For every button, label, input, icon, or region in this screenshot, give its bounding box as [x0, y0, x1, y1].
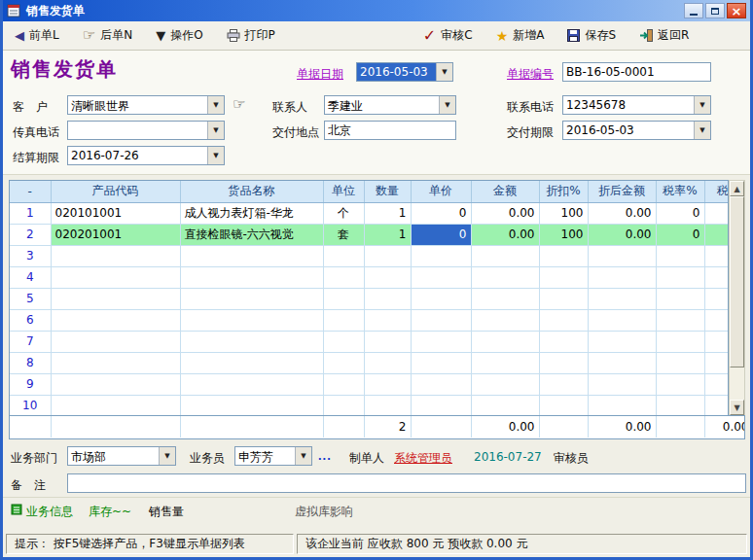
- grid-cell[interactable]: 0: [656, 224, 704, 245]
- row-number-cell[interactable]: 6: [10, 309, 51, 331]
- grid-cell[interactable]: [656, 395, 704, 416]
- grid-cell[interactable]: [180, 331, 323, 352]
- grid-cell[interactable]: [180, 352, 323, 373]
- grid-cell[interactable]: [411, 352, 471, 373]
- grid-header-cell[interactable]: 产品代码: [51, 181, 180, 202]
- grid-cell[interactable]: [539, 288, 588, 309]
- next-doc-button[interactable]: ☞ 后单N: [83, 27, 132, 44]
- row-number-cell[interactable]: 2: [10, 224, 51, 245]
- grid-cell[interactable]: [471, 288, 539, 309]
- minimize-button[interactable]: [684, 3, 703, 18]
- chevron-down-icon[interactable]: ▼: [207, 147, 224, 164]
- grid-cell[interactable]: [323, 288, 364, 309]
- grid-cell[interactable]: 020101001: [51, 202, 180, 224]
- row-number-cell[interactable]: 1: [10, 202, 51, 224]
- grid-cell[interactable]: [323, 245, 364, 266]
- grid-cell[interactable]: [364, 288, 411, 309]
- delivery-date-combo[interactable]: 2016-05-03 ▼: [562, 121, 711, 140]
- grid-cell[interactable]: [656, 288, 704, 309]
- grid-header-cell[interactable]: 折后金额: [588, 181, 656, 202]
- grid-cell[interactable]: [180, 288, 323, 309]
- grid-cell[interactable]: 0.00: [588, 224, 656, 245]
- grid-cell[interactable]: [364, 309, 411, 331]
- grid-cell[interactable]: [411, 266, 471, 288]
- grid-header-cell[interactable]: 单价: [411, 181, 471, 202]
- grid-header-cell[interactable]: 税率%: [656, 181, 704, 202]
- grid-cell[interactable]: 0: [411, 224, 471, 245]
- grid-cell[interactable]: [471, 309, 539, 331]
- grid-cell[interactable]: [704, 373, 729, 395]
- grid-cell[interactable]: [51, 266, 180, 288]
- grid-cell[interactable]: [51, 352, 180, 373]
- grid-cell[interactable]: [180, 373, 323, 395]
- grid-cell[interactable]: [539, 245, 588, 266]
- doc-no-label[interactable]: 单据编号: [507, 66, 554, 83]
- grid-cell[interactable]: [323, 331, 364, 352]
- grid-header-cell[interactable]: -: [10, 181, 51, 202]
- grid-cell[interactable]: 020201001: [51, 224, 180, 245]
- row-number-cell[interactable]: 5: [10, 288, 51, 309]
- action-button[interactable]: ▼ 操作O: [156, 27, 202, 44]
- save-button[interactable]: 保存S: [567, 27, 616, 44]
- grid-cell[interactable]: [656, 245, 704, 266]
- chevron-down-icon[interactable]: ▼: [694, 122, 710, 139]
- grid-cell[interactable]: 1: [364, 224, 411, 245]
- grid-cell[interactable]: [411, 245, 471, 266]
- contact-combo[interactable]: 季建业 ▼: [324, 95, 456, 115]
- print-button[interactable]: 打印P: [227, 27, 275, 44]
- chevron-down-icon[interactable]: ▼: [439, 96, 455, 114]
- grid-cell[interactable]: [51, 245, 180, 266]
- grid-cell[interactable]: [471, 373, 539, 395]
- grid-cell[interactable]: [656, 331, 704, 352]
- remark-input[interactable]: [67, 473, 746, 493]
- grid-cell[interactable]: [704, 224, 729, 245]
- grid-cell[interactable]: 100: [539, 202, 588, 224]
- dept-combo[interactable]: 市场部 ▼: [67, 446, 176, 466]
- grid-cell[interactable]: [704, 288, 729, 309]
- grid-cell[interactable]: [364, 331, 411, 352]
- grid-cell[interactable]: [364, 395, 411, 416]
- grid-cell[interactable]: [704, 245, 729, 266]
- grid-cell[interactable]: [323, 309, 364, 331]
- grid-cell[interactable]: [411, 288, 471, 309]
- grid-cell[interactable]: [411, 309, 471, 331]
- fax-combo[interactable]: ▼: [67, 121, 225, 140]
- grid-cell[interactable]: [180, 266, 323, 288]
- grid-cell[interactable]: 直接检眼镜-六六视觉: [180, 224, 323, 245]
- grid-cell[interactable]: [51, 373, 180, 395]
- row-number-cell[interactable]: 9: [10, 373, 51, 395]
- grid-header-cell[interactable]: 折扣%: [539, 181, 588, 202]
- row-number-cell[interactable]: 7: [10, 331, 51, 352]
- grid-cell[interactable]: [471, 245, 539, 266]
- grid-cell[interactable]: [323, 266, 364, 288]
- scrollbar-thumb[interactable]: [730, 196, 744, 368]
- grid-header-cell[interactable]: 金额: [471, 181, 539, 202]
- grid-cell[interactable]: [588, 395, 656, 416]
- grid-cell[interactable]: [364, 352, 411, 373]
- grid-cell[interactable]: [471, 331, 539, 352]
- grid-cell[interactable]: [323, 352, 364, 373]
- grid-cell[interactable]: [588, 352, 656, 373]
- grid-cell[interactable]: [51, 309, 180, 331]
- grid-cell[interactable]: [704, 309, 729, 331]
- grid-cell[interactable]: [51, 395, 180, 416]
- chevron-down-icon[interactable]: ▼: [295, 447, 311, 465]
- chevron-down-icon[interactable]: ▼: [694, 96, 710, 114]
- grid-cell[interactable]: [588, 245, 656, 266]
- settle-date-combo[interactable]: 2016-07-26 ▼: [67, 146, 225, 165]
- chevron-down-icon[interactable]: ▼: [159, 447, 175, 465]
- grid-cell[interactable]: [704, 202, 729, 224]
- restore-button[interactable]: [705, 3, 725, 18]
- grid-cell[interactable]: [471, 352, 539, 373]
- grid-cell[interactable]: [471, 395, 539, 416]
- grid-cell[interactable]: [539, 373, 588, 395]
- grid-cell[interactable]: [588, 309, 656, 331]
- grid-cell[interactable]: [704, 352, 729, 373]
- grid-cell[interactable]: [656, 373, 704, 395]
- grid-header-cell[interactable]: 数量: [364, 181, 411, 202]
- row-number-cell[interactable]: 8: [10, 352, 51, 373]
- grid-cell[interactable]: [471, 266, 539, 288]
- grid-cell[interactable]: [539, 331, 588, 352]
- grid-cell[interactable]: [656, 309, 704, 331]
- grid-cell[interactable]: [364, 266, 411, 288]
